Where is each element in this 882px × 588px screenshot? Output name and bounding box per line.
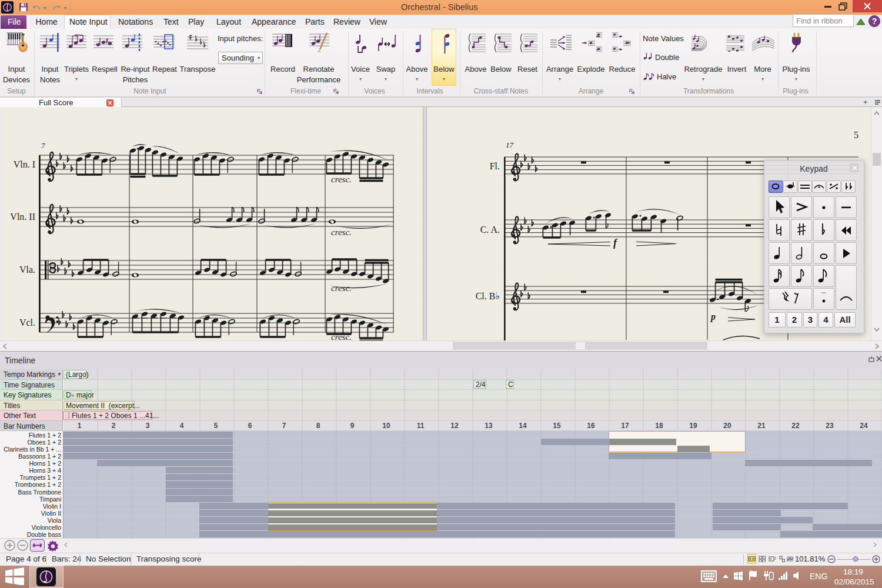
svg-text:Vla.: Vla.: [19, 265, 35, 275]
svg-text:cresc.: cresc.: [331, 228, 352, 237]
svg-text:Vcl.: Vcl.: [19, 318, 35, 328]
svg-text:cresc.: cresc.: [331, 283, 352, 293]
svg-text:p: p: [710, 312, 716, 322]
svg-text:Fl.: Fl.: [490, 161, 500, 171]
svg-text:C. A.: C. A.: [480, 225, 500, 235]
svg-text:?: ?: [872, 16, 877, 26]
svg-text:3: 3: [74, 33, 78, 39]
svg-text:5: 5: [854, 130, 858, 140]
svg-text:7: 7: [41, 141, 45, 150]
svg-text:Cl. B♭: Cl. B♭: [476, 291, 500, 301]
svg-text:cresc.: cresc.: [331, 175, 352, 184]
svg-text:Vln. II: Vln. II: [10, 212, 35, 222]
svg-text:cresc.: cresc.: [331, 332, 352, 340]
svg-text:Vln. I: Vln. I: [14, 159, 35, 169]
svg-text:17: 17: [506, 141, 514, 149]
